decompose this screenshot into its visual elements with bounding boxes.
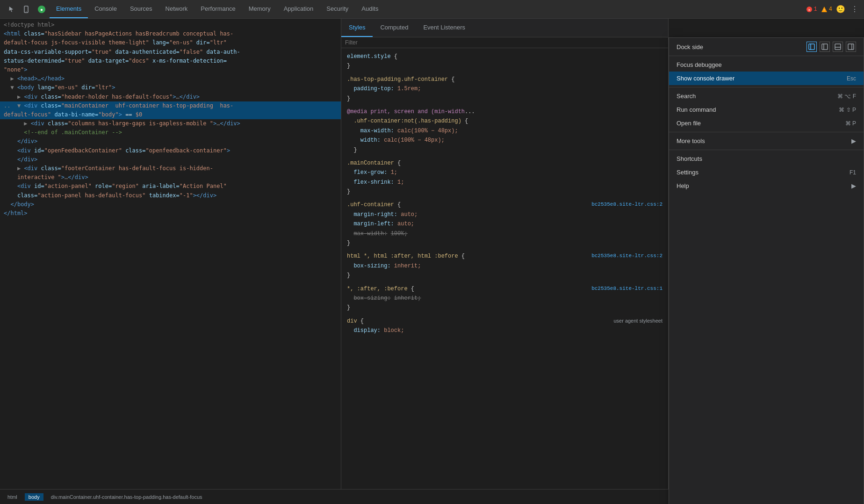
styles-tab-bar: Styles Computed Event Listeners	[341, 19, 668, 37]
css-rule-html-star: html *, html :after, html :before { bc25…	[341, 250, 668, 282]
css-rule-uhf-container: .uhf-container { bc2535e8.site-ltr.css:2…	[341, 198, 668, 250]
css-rule-has-top-padding: .has-top-padding.uhf-container { padding…	[341, 73, 668, 105]
html-line: <!doctype html>	[0, 21, 341, 29]
more-options-button[interactable]: ⋮	[849, 5, 860, 14]
css-rule-media: @media print, screen and (min-width... .…	[341, 105, 668, 157]
html-line: </div>	[0, 155, 341, 164]
dock-undock-icon[interactable]	[806, 42, 817, 52]
menu-item-more-tools[interactable]: More tools ▶	[669, 134, 864, 148]
css-prop-row: box-sizing: inherit;	[347, 294, 662, 303]
menu-item-settings[interactable]: Settings F1	[669, 166, 864, 179]
tab-application[interactable]: Application	[277, 0, 320, 18]
tabs-right-controls: ✕ 1 ! 4 🙂 ⋮	[806, 5, 860, 14]
css-close-brace: }	[347, 238, 662, 248]
menu-item-show-console-drawer[interactable]: Show console drawer Esc	[669, 72, 864, 85]
css-prop-row: display: block;	[347, 326, 662, 335]
css-link-2[interactable]: bc2535e8.site-ltr.css:2	[591, 252, 662, 260]
mobile-icon[interactable]	[19, 6, 34, 13]
html-line: ▶ <head>…</head>	[0, 74, 341, 83]
tab-event-listeners[interactable]: Event Listeners	[416, 19, 473, 37]
html-line: class="action-panel has-default-focus" t…	[0, 191, 341, 200]
filter-bar	[341, 37, 668, 48]
dock-bottom-icon[interactable]	[833, 42, 843, 52]
menu-section-3: More tools ▶	[669, 132, 864, 150]
svg-rect-9	[835, 44, 841, 50]
css-selector: .has-top-padding.uhf-container {	[347, 75, 662, 84]
breadcrumb-html[interactable]: html	[4, 493, 21, 501]
tab-security[interactable]: Security	[320, 0, 355, 18]
html-line: <!--end of .mainContainer -->	[0, 128, 341, 137]
css-rule-element-style: element.style { }	[341, 50, 668, 73]
dock-side-section: Dock side	[669, 38, 864, 56]
breadcrumb-body[interactable]: body	[25, 493, 43, 501]
more-tools-arrow-icon: ▶	[851, 137, 856, 144]
menu-section-4: Shortcuts Settings F1 Help ▶	[669, 150, 864, 194]
svg-text:●: ●	[40, 7, 43, 13]
tab-memory[interactable]: Memory	[242, 0, 277, 18]
html-panel: <!doctype html> <html class="hasSidebar …	[0, 19, 341, 489]
html-line: <html class="hasSidebar hasPageActions h…	[0, 29, 341, 38]
css-prop-row: padding-top: 1.5rem;	[347, 84, 662, 94]
menu-item-search[interactable]: Search ⌘ ⌥ F	[669, 89, 864, 103]
tab-computed[interactable]: Computed	[373, 19, 416, 37]
css-prop-row: flex-grow: 1;	[347, 168, 662, 177]
tab-audits[interactable]: Audits	[355, 0, 385, 18]
devtools-tab-bar: ● Elements Console Sources Network Perfo…	[0, 0, 864, 19]
emoji-icon[interactable]: 🙂	[836, 5, 845, 14]
css-selector-row: .uhf-container { bc2535e8.site-ltr.css:2	[347, 200, 662, 209]
dock-right-icon[interactable]	[846, 42, 856, 52]
context-menu-panel: Dock side	[669, 38, 864, 194]
html-line: ▼ <body lang="en-us" dir="ltr">	[0, 83, 341, 92]
dock-icons	[806, 42, 856, 52]
tab-performance[interactable]: Performance	[194, 0, 242, 18]
css-prop-row: width: calc(100% − 48px);	[347, 136, 662, 145]
html-line: "none">	[0, 65, 341, 74]
html-line: ▶ <div class="footerContainer has-defaul…	[0, 164, 341, 173]
error-badge: ✕ 1	[806, 6, 817, 13]
menu-item-shortcuts[interactable]: Shortcuts	[669, 152, 864, 166]
css-close-brace: }	[347, 271, 662, 280]
css-prop-row: margin-right: auto;	[347, 210, 662, 219]
filter-input[interactable]	[345, 39, 664, 46]
menu-item-run-command[interactable]: Run command ⌘ ⇧ P	[669, 103, 864, 116]
css-media-query: @media print, screen and (min-width...	[347, 107, 662, 116]
html-line-selected[interactable]: .. ▼ <div class="mainContainer uhf-conta…	[0, 101, 341, 110]
html-line: <div id="openFeedbackContainer" class="o…	[0, 146, 341, 155]
css-rule-star: *, :after, :before { bc2535e8.site-ltr.c…	[341, 282, 668, 315]
tab-network[interactable]: Network	[159, 0, 194, 18]
html-line: default-focus js-focus-visible theme-lig…	[0, 38, 341, 47]
menu-item-focus-debuggee[interactable]: Focus debuggee	[669, 58, 864, 72]
tab-styles[interactable]: Styles	[341, 19, 373, 37]
css-selector-row: html *, html :after, html :before { bc25…	[347, 252, 662, 261]
css-link-3[interactable]: bc2535e8.site-ltr.css:1	[591, 284, 662, 293]
css-prop-row: margin-left: auto;	[347, 219, 662, 229]
tab-elements[interactable]: Elements	[50, 0, 88, 18]
css-selector: element.style {	[347, 52, 662, 61]
menu-item-open-file[interactable]: Open file ⌘ P	[669, 116, 864, 130]
cursor-icon[interactable]	[4, 6, 19, 13]
tab-console[interactable]: Console	[88, 0, 123, 18]
css-prop-row: box-sizing: inherit;	[347, 261, 662, 271]
html-line: data-css-variable-support="true" data-au…	[0, 48, 341, 57]
css-selector: .mainContainer {	[347, 158, 662, 168]
green-circle-icon[interactable]: ●	[34, 5, 50, 14]
html-line: <div id="action-panel" role="region" ari…	[0, 182, 341, 191]
css-link-1[interactable]: bc2535e8.site-ltr.css:2	[591, 200, 662, 209]
dock-left-icon[interactable]	[820, 42, 830, 52]
html-line-selected-cont: default-focus" data-bi-name="body"> == $…	[0, 110, 341, 119]
css-close-brace: }	[347, 187, 662, 196]
context-menu: Dock side	[669, 37, 864, 504]
css-selector-row: div { user agent stylesheet	[347, 317, 662, 326]
svg-rect-8	[822, 44, 828, 50]
styles-content: element.style { } .has-top-padding.uhf-c…	[341, 48, 668, 489]
tab-sources[interactable]: Sources	[123, 0, 159, 18]
css-close-brace: }	[347, 94, 662, 103]
breadcrumb-div-main[interactable]: div.mainContainer.uhf-container.has-top-…	[47, 493, 206, 501]
svg-rect-10	[848, 44, 854, 50]
html-line: </html>	[0, 209, 341, 218]
html-line: </div>	[0, 137, 341, 146]
menu-item-help[interactable]: Help ▶	[669, 179, 864, 193]
svg-text:✕: ✕	[808, 8, 810, 13]
html-line: ▶ <div class="columns has-large-gaps is-…	[0, 119, 341, 128]
html-line: </body>	[0, 200, 341, 209]
